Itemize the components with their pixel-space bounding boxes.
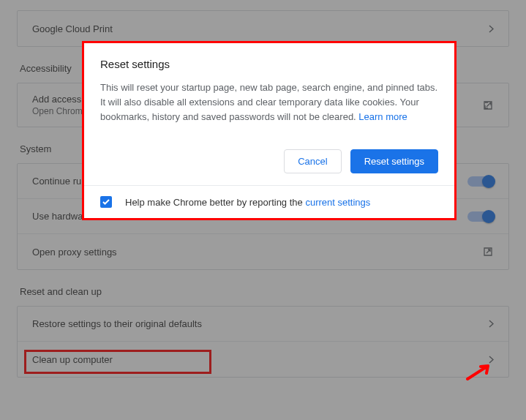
current-settings-link[interactable]: current settings — [305, 197, 370, 208]
dialog-footer-text: Help make Chrome better by reporting the… — [125, 197, 370, 208]
dialog-title: Reset settings — [100, 58, 438, 70]
reset-settings-dialog: Reset settings This will reset your star… — [82, 41, 457, 220]
feedback-checkbox[interactable] — [100, 196, 112, 208]
reset-settings-button[interactable]: Reset settings — [350, 149, 438, 173]
dialog-description: This will reset your startup page, new t… — [100, 80, 438, 124]
cancel-button[interactable]: Cancel — [284, 149, 341, 173]
learn-more-link[interactable]: Learn more — [358, 111, 407, 122]
